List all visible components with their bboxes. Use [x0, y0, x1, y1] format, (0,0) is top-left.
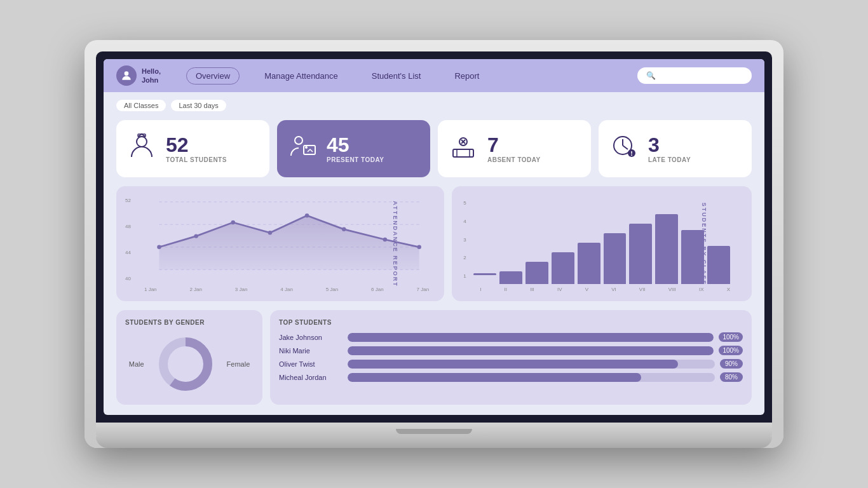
line-chart-area: 52 48 44 40: [125, 195, 435, 284]
late-icon: [609, 132, 639, 166]
svg-point-29: [417, 245, 421, 249]
bar-6: [604, 233, 627, 284]
bar-y-3: 3: [463, 237, 466, 243]
nav-links: Overview Manage Attendance Student's Lis…: [186, 67, 618, 85]
student-bar-fill-2: [348, 346, 714, 355]
avatar: [116, 65, 137, 86]
student-name-4: Micheal Jordan: [279, 374, 342, 381]
nav-link-report[interactable]: Report: [445, 68, 488, 84]
student-name-3: Oliver Twist: [279, 360, 342, 368]
filter-all-classes[interactable]: All Classes: [116, 100, 166, 111]
female-label: Female: [227, 360, 250, 368]
nav-username: Hello, John: [142, 67, 161, 85]
student-bar-bg-1: [348, 333, 714, 342]
stat-present: 45 PRESENT TODAY: [277, 120, 430, 177]
svg-point-27: [342, 227, 346, 231]
bar-x-I: I: [480, 287, 481, 292]
nav-link-students[interactable]: Student's List: [363, 68, 430, 84]
bar-y-4: 4: [463, 219, 466, 224]
bottom-row: STUDENTS BY GENDER Male Female: [116, 310, 752, 405]
search-input[interactable]: [637, 67, 752, 84]
student-name-1: Jake Johnson: [279, 334, 342, 341]
total-label: TOTAL STUDENTS: [166, 156, 227, 163]
bar-x-VII: VII: [639, 287, 646, 292]
charts-row: 52 48 44 40: [116, 186, 752, 301]
nav-link-overview[interactable]: Overview: [186, 67, 240, 85]
donut-container: Male Female: [125, 332, 254, 396]
y-label-44: 44: [125, 250, 131, 255]
attendance-chart: 52 48 44 40: [116, 186, 444, 301]
student-bar-fill-4: [348, 373, 641, 382]
filter-row: All Classes Last 30 days: [116, 100, 752, 111]
x-label-3: 3 Jan: [235, 287, 248, 292]
donut-chart: [157, 336, 214, 393]
late-label: LATE TODAY: [648, 156, 691, 163]
x-label-2: 2 Jan: [189, 287, 202, 292]
bar-y-labels: 5 4 3 2 1: [463, 195, 466, 284]
x-label-7: 7 Jan: [417, 287, 430, 292]
top-students-title: TOP STUDENTS: [279, 319, 743, 326]
student-pct-3: 90%: [720, 359, 743, 369]
attendance-chart-title: ATTENDANCE REPORT: [392, 201, 398, 287]
svg-point-26: [305, 214, 309, 217]
class-chart: 5 4 3 2 1: [452, 186, 752, 301]
bar-x-IX: IX: [699, 287, 704, 292]
stats-row: 52 TOTAL STUDENTS: [116, 120, 752, 177]
bar-x-II: II: [505, 287, 507, 292]
student-bar-bg-3: [348, 360, 715, 369]
y-label-40: 40: [125, 276, 131, 281]
y-label-52: 52: [125, 198, 131, 203]
bar-10: [707, 246, 730, 284]
filter-last-30[interactable]: Last 30 days: [171, 100, 226, 111]
nav-link-attendance[interactable]: Manage Attendance: [255, 68, 347, 84]
gender-title: STUDENTS BY GENDER: [125, 319, 254, 326]
student-row-3: Oliver Twist 90%: [279, 359, 743, 369]
bar-4: [552, 252, 574, 284]
absent-label: ABSENT TODAY: [487, 156, 541, 163]
svg-point-25: [268, 231, 272, 234]
gender-card: STUDENTS BY GENDER Male Female: [116, 310, 262, 405]
navbar: Hello, John Overview Manage Attendance S…: [104, 59, 764, 92]
student-bar-fill-3: [348, 360, 678, 369]
bar-y-1: 1: [463, 273, 466, 279]
svg-point-28: [383, 238, 387, 241]
absent-number: 7: [487, 135, 541, 155]
x-label-6: 6 Jan: [371, 287, 384, 292]
y-labels: 52 48 44 40: [125, 195, 131, 284]
present-label: PRESENT TODAY: [327, 156, 384, 163]
student-bar-fill-1: [348, 333, 714, 342]
stat-total: 52 TOTAL STUDENTS: [116, 120, 269, 177]
graduation-icon: [126, 132, 157, 166]
svg-point-5: [305, 146, 308, 149]
svg-point-23: [194, 234, 198, 238]
y-label-48: 48: [125, 224, 131, 229]
bar-y-2: 2: [463, 255, 466, 261]
svg-point-0: [125, 71, 129, 76]
student-row-4: Micheal Jordan 80%: [279, 372, 743, 382]
svg-point-3: [295, 137, 302, 144]
bar-x-V: V: [585, 287, 588, 292]
laptop-bottom: [96, 423, 772, 437]
x-labels: 1 Jan 2 Jan 3 Jan 4 Jan 5 Jan 6 Jan 7 Ja…: [125, 284, 435, 292]
bar-x-VIII: VIII: [668, 287, 676, 292]
laptop-notch: [396, 429, 472, 434]
late-number: 3: [648, 135, 691, 155]
svg-point-22: [157, 245, 161, 249]
bar-8: [655, 214, 678, 284]
present-number: 45: [327, 135, 384, 155]
present-icon: [287, 132, 318, 166]
student-pct-2: 100%: [719, 346, 743, 355]
stat-late: 3 LATE TODAY: [599, 120, 752, 177]
main-content: All Classes Last 30 days: [104, 92, 764, 414]
svg-point-24: [231, 220, 235, 224]
student-pct-4: 80%: [720, 372, 743, 382]
class-chart-title: STUDENTS BY CLASS: [701, 202, 707, 285]
male-label: Male: [129, 360, 144, 368]
top-students-card: TOP STUDENTS Jake Johnson 100% Niki Mari…: [270, 310, 752, 405]
student-bar-bg-4: [348, 373, 715, 382]
bar-1: [473, 273, 496, 275]
student-row-1: Jake Johnson 100%: [279, 332, 743, 342]
x-label-4: 4 Jan: [280, 287, 293, 292]
bar-y-5: 5: [463, 200, 466, 206]
stat-absent: 7 ABSENT TODAY: [438, 120, 591, 177]
